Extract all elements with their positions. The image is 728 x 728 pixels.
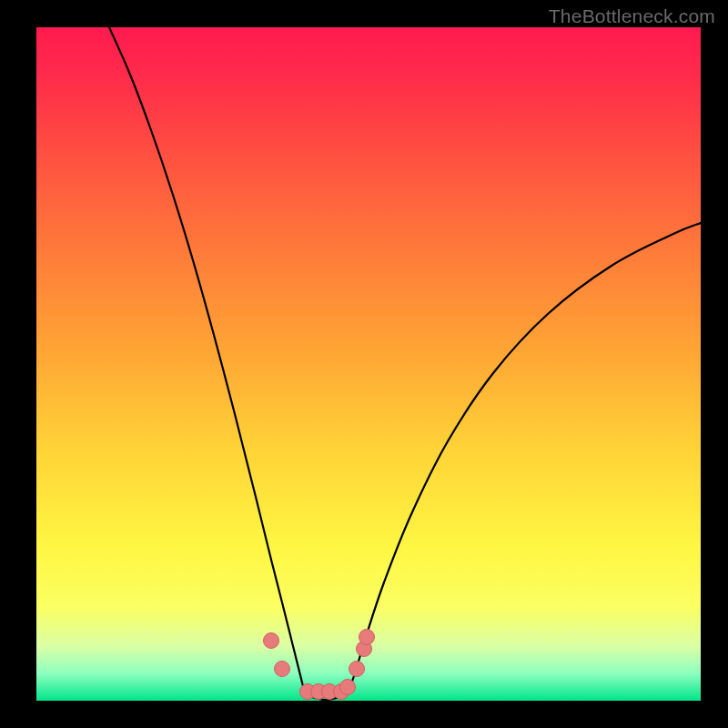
marker-dot (340, 680, 356, 695)
chart-svg (36, 27, 701, 701)
marker-dot (349, 662, 365, 677)
watermark-text: TheBottleneck.com (549, 5, 715, 27)
chart-frame: TheBottleneck.com (0, 0, 728, 728)
marker-dot (264, 633, 279, 649)
curve-left (109, 27, 305, 693)
marker-dot (275, 662, 290, 677)
curve-right (348, 223, 701, 693)
marker-group (264, 630, 375, 700)
marker-dot (359, 630, 375, 645)
plot-area (36, 27, 701, 701)
